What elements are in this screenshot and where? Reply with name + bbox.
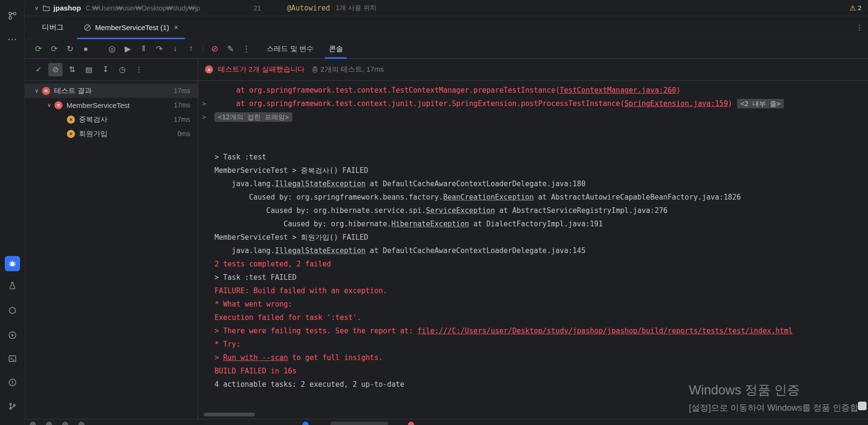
tree-more-icon[interactable]: ⋮ xyxy=(132,63,146,76)
console-link[interactable]: SpringExtension.java:159 xyxy=(624,99,728,108)
console-text: BUILD FAILED in 16s xyxy=(214,367,297,375)
resume-icon[interactable]: ▶ xyxy=(120,42,136,56)
services-icon[interactable] xyxy=(5,328,20,343)
rerun-icon[interactable]: ⟳ xyxy=(31,42,46,56)
debug-tool-icon[interactable] xyxy=(5,256,20,271)
console-line-content: 4 actionable tasks: 2 executed, 2 up-to-… xyxy=(214,378,404,391)
console-line: Caused by: org.hibernate.service.spi.Ser… xyxy=(198,204,868,217)
console-text: at org.springframework.test.context.juni… xyxy=(214,99,624,108)
refresh-icon[interactable]: ↻ xyxy=(62,42,78,56)
session-tab-label: MemberServiceTest (1) xyxy=(95,23,169,32)
tab-threads-variables[interactable]: 스레드 및 변수 xyxy=(259,39,321,58)
stop-icon[interactable]: ■ xyxy=(78,42,94,56)
console-link[interactable]: HibernateException xyxy=(391,220,469,228)
toolbar-separator xyxy=(203,43,203,54)
test-name: 회원가입 xyxy=(79,129,178,138)
titlebar: ∨ jpashop C:₩Users₩user₩Desktop₩study₩jp… xyxy=(25,0,868,16)
show-passed-icon[interactable]: ✓ xyxy=(32,63,46,76)
console-text: to get full insights. xyxy=(288,353,383,362)
console-text: Caused by: org.springframework.beans.fac… xyxy=(214,193,443,202)
test-results-tree: ∨×테스트 결과17ms∨×MemberServiceTest17ms×중복검사… xyxy=(25,81,198,419)
problems-icon[interactable] xyxy=(5,375,20,390)
test-tree-row[interactable]: ∨×MemberServiceTest17ms xyxy=(25,98,198,112)
rerun-failed-tests-icon[interactable]: ⟳ xyxy=(46,42,62,56)
fold-toggle-icon[interactable]: > xyxy=(202,97,214,110)
test-name: 중복검사 xyxy=(79,115,174,124)
debug-content-split: ∨×테스트 결과17ms∨×MemberServiceTest17ms×중복검사… xyxy=(25,81,868,419)
fold-toggle-icon[interactable]: > xyxy=(202,110,214,124)
debug-session-tab[interactable]: MemberServiceTest (1) × xyxy=(77,16,185,39)
test-tree-row[interactable]: ×회원가입0ms xyxy=(25,127,198,141)
test-error-icon: × xyxy=(42,87,50,95)
collapse-all-icon[interactable]: ▤ xyxy=(82,63,96,76)
import-test-results-icon[interactable]: ↧ xyxy=(98,63,113,76)
console-link[interactable]: file:///C:/Users/user/Desktop/study/jpas… xyxy=(417,327,793,335)
eye-icon[interactable]: ◎ xyxy=(104,42,120,56)
test-runner-toolbar: ✓ ⊘ ⇅ ▤ ↧ ◷ ⋮ xyxy=(25,59,198,80)
watermark-subtitle: [설정]으로 이동하여 Windows를 정품 인증합 xyxy=(689,402,858,414)
chevron-down-icon[interactable]: ∨ xyxy=(44,102,54,108)
git-branch-icon[interactable] xyxy=(5,399,20,414)
console-line: Caused by: org.springframework.beans.fac… xyxy=(198,191,868,204)
pause-icon[interactable]: ‖ xyxy=(136,42,151,56)
console-text: > There were failing tests. See the repo… xyxy=(214,327,417,335)
horizontal-scrollbar[interactable] xyxy=(204,413,255,416)
console-panel[interactable]: at org.springframework.test.context.Test… xyxy=(198,81,868,419)
folded-frames-badge[interactable]: <12개의 접힌 프레임> xyxy=(214,112,292,122)
console-text: Caused by: org.hibernate.service.spi. xyxy=(214,206,426,215)
tab-console[interactable]: 콘솔 xyxy=(321,39,351,58)
sort-icon[interactable]: ⇅ xyxy=(65,63,79,76)
toolbar-more-icon[interactable]: ⋮ xyxy=(238,42,254,56)
inspections-widget[interactable]: ⚠ 2 xyxy=(849,4,861,12)
inner-frames-badge[interactable]: <2 내부 줄> xyxy=(737,99,784,108)
console-link[interactable]: IllegalStateException xyxy=(275,180,365,188)
console-line: Caused by: org.hibernate.HibernateExcept… xyxy=(198,217,868,231)
console-line: Execution failed for task ':test'. xyxy=(198,311,868,324)
debugger-view-tabs: 스레드 및 변수 콘솔 xyxy=(259,39,351,58)
console-line: 2 tests completed, 2 failed xyxy=(198,257,868,271)
step-over-icon[interactable]: ↷ xyxy=(151,42,167,56)
console-line xyxy=(198,137,868,150)
tests-failed-icon: × xyxy=(205,65,213,74)
console-link[interactable]: BeanCreationException xyxy=(443,193,534,202)
console-line: > at org.springframework.test.context.ju… xyxy=(198,97,868,110)
tool-window-title[interactable]: 디버그 xyxy=(42,23,64,32)
console-link[interactable]: TestContextManager.java:260 xyxy=(559,86,676,95)
chevron-down-icon[interactable]: ∨ xyxy=(34,5,39,11)
project-name[interactable]: jpashop xyxy=(54,4,81,12)
console-line-content: > Task :test xyxy=(214,150,266,164)
test-history-icon[interactable]: ◷ xyxy=(115,63,129,76)
statusbar-icon-clipped xyxy=(408,422,414,425)
console-line-content: Caused by: org.hibernate.HibernateExcept… xyxy=(214,217,603,231)
more-tool-windows-icon[interactable]: ⋯ xyxy=(5,32,20,47)
step-out-icon[interactable]: ↑ xyxy=(183,42,199,56)
mute-breakpoints-icon[interactable]: ⊘ xyxy=(207,42,223,56)
console-line: > Run with --scan to get full insights. xyxy=(198,351,868,364)
test-tree-row[interactable]: ∨×테스트 결과17ms xyxy=(25,84,198,98)
console-line: MemberServiceTest > 중복검사() FAILED xyxy=(198,164,868,177)
test-name: MemberServiceTest xyxy=(66,101,174,109)
usages-hint[interactable]: 1개 사용 위치 xyxy=(336,4,377,12)
structure-icon[interactable] xyxy=(5,8,20,23)
test-tree-row[interactable]: ×중복검사17ms xyxy=(25,112,198,127)
statusbar-icon-clipped xyxy=(302,422,309,425)
terminal-icon[interactable] xyxy=(5,351,20,366)
console-link[interactable]: ServiceException xyxy=(426,206,495,215)
console-line xyxy=(198,124,868,137)
chevron-down-icon[interactable]: ∨ xyxy=(32,87,42,94)
console-line-content: Caused by: org.hibernate.service.spi.Ser… xyxy=(214,204,667,217)
gradle-icon[interactable] xyxy=(5,303,20,318)
clipped-ui-fragment xyxy=(858,402,867,410)
flask-icon[interactable] xyxy=(5,278,20,293)
console-link[interactable]: Run with --scan xyxy=(223,353,288,362)
close-tab-icon[interactable]: × xyxy=(174,23,178,32)
console-link[interactable]: IllegalStateException xyxy=(275,246,365,255)
autowired-annotation: @Autowired xyxy=(287,4,330,12)
tab-row-more-icon[interactable]: ⋮ xyxy=(856,23,863,32)
statusbar-text-clipped xyxy=(331,422,388,425)
console-line: ><12개의 접힌 프레임> xyxy=(198,110,868,124)
pencil-slash-icon[interactable]: ✎ xyxy=(223,42,238,56)
show-ignored-icon[interactable]: ⊘ xyxy=(48,63,63,76)
test-duration: 17ms xyxy=(174,116,190,123)
step-into-icon[interactable]: ↓ xyxy=(167,42,183,56)
